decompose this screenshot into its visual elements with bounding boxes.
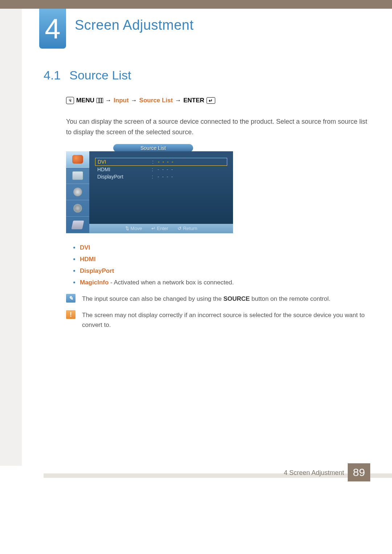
section-heading: 4.1 Source List (44, 68, 370, 82)
osd-row-value: - - - - (158, 167, 173, 172)
chapter-number: 4 (45, 15, 60, 43)
nav-arrow: → (131, 97, 137, 104)
note-warning: ! The screen may not display correctly i… (66, 310, 370, 330)
top-strip (0, 0, 392, 9)
osd-row-label: DisplayPort (97, 174, 152, 180)
menu-grid-icon (97, 98, 103, 103)
footer-page-number: 89 (348, 463, 370, 481)
osd-row-value: - - - - (158, 174, 173, 180)
osd-row-colon: : (152, 174, 158, 180)
source-bullet-list: DVI HDMI DisplayPort MagicInfo - Activat… (73, 242, 370, 289)
note-warning-icon: ! (66, 310, 75, 319)
osd-menu-sound-icon (66, 184, 89, 200)
note-tip: ✎ The input source can also be changed b… (66, 294, 370, 304)
intro-paragraph: You can display the screen of a source d… (66, 116, 370, 138)
footer-chapter-label: 4 Screen Adjustment (284, 469, 344, 477)
osd-row-colon: : (152, 167, 158, 172)
enter-key-icon: ↵ (207, 97, 215, 104)
nav-arrow: → (105, 97, 111, 104)
osd-menu-multi-icon (66, 217, 89, 233)
osd-row-colon: : (152, 159, 158, 165)
osd-row-hdmi: HDMI : - - - - (95, 166, 227, 173)
bullet-dvi: DVI (73, 242, 370, 254)
osd-left-menu (66, 151, 89, 233)
osd-menu-setup-icon (66, 200, 89, 217)
osd-main-panel: DVI : - - - - HDMI : - - - - DisplayPort… (89, 151, 233, 224)
nav-input-label: Input (114, 97, 129, 104)
osd-footer-enter: ↵ Enter (151, 226, 168, 231)
osd-footer: ⇅ Move ↵ Enter ↺ Return (89, 224, 233, 233)
bullet-magicinfo: MagicInfo - Activated when a network box… (73, 277, 370, 288)
nav-enter-label: ENTER (183, 97, 204, 104)
bullet-hdmi: HDMI (73, 254, 370, 265)
osd-row-displayport: DisplayPort : - - - - (95, 173, 227, 180)
side-strip (0, 9, 22, 466)
nav-sourcelist-label: Source List (139, 97, 173, 104)
osd-row-label: HDMI (97, 167, 152, 172)
remote-hand-icon: ☟ (66, 97, 74, 104)
note-tip-text: The input source can also be changed by … (82, 294, 330, 304)
page-footer: 4 Screen Adjustment 89 (0, 464, 392, 482)
chapter-title: Screen Adjustment (75, 17, 193, 33)
osd-row-value: - - - - (158, 159, 174, 165)
chapter-tab: 4 (39, 9, 66, 49)
section-number: 4.1 (44, 68, 61, 82)
osd-menu-input-icon (66, 151, 89, 168)
osd-menu-picture-icon (66, 168, 89, 184)
osd-screenshot: Source List DVI : - - - - HDMI : - - - -… (66, 144, 233, 233)
note-pencil-icon: ✎ (66, 294, 75, 303)
note-warning-text: The screen may not display correctly if … (82, 310, 370, 330)
page-content: 4.1 Source List ☟ MENU → Input → Source … (44, 68, 370, 336)
nav-menu-label: MENU (76, 97, 94, 104)
osd-title: Source List (113, 144, 193, 152)
osd-footer-return: ↺ Return (177, 226, 197, 231)
osd-row-label: DVI (98, 159, 152, 165)
osd-footer-move: ⇅ Move (125, 226, 142, 231)
bullet-displayport: DisplayPort (73, 265, 370, 277)
nav-arrow: → (175, 97, 181, 104)
section-title: Source List (69, 68, 131, 82)
menu-path: ☟ MENU → Input → Source List → ENTER ↵ (66, 97, 370, 104)
osd-row-dvi: DVI : - - - - (95, 158, 227, 166)
